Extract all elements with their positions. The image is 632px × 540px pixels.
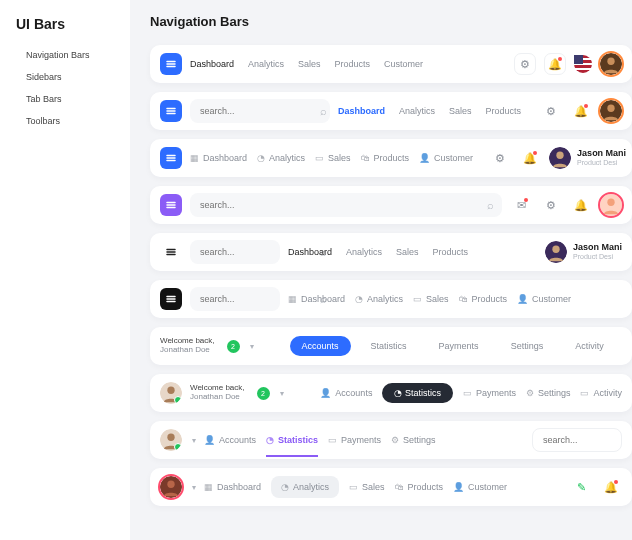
brand-logo[interactable] (160, 100, 182, 122)
nav-dashboard[interactable]: Dashboard (288, 247, 332, 257)
welcome-block: Welcome back, Jonathan Doe (160, 337, 215, 355)
bell-icon[interactable]: 🔔 (570, 100, 592, 122)
nav-customer[interactable]: 👤Customer (517, 294, 571, 305)
avatar[interactable] (600, 100, 622, 122)
brand-logo[interactable] (160, 147, 182, 169)
nav-products[interactable]: 🛍Products (395, 482, 444, 493)
nav-analytics[interactable]: ◔Analytics (271, 476, 339, 499)
nav-customer[interactable]: Customer (384, 59, 423, 69)
navbar-9: ▾ 👤Accounts ◔Statistics ▭Payments ⚙Setti… (150, 421, 632, 459)
nav-accounts[interactable]: 👤Accounts (204, 435, 256, 446)
nav-customer[interactable]: 👤Customer (453, 482, 507, 493)
nav-analytics[interactable]: Analytics (248, 59, 284, 69)
nav-activity[interactable]: ▭Activity (580, 388, 622, 399)
nav-products[interactable]: Products (335, 59, 371, 69)
nav-sales[interactable]: Sales (449, 106, 472, 116)
nav-settings[interactable]: ⚙Settings (526, 388, 571, 399)
search-input[interactable]: ⌕ (532, 428, 622, 452)
nav-payments[interactable]: ▭Payments (328, 435, 381, 446)
bell-icon[interactable]: 🔔 (570, 194, 592, 216)
nav-links: Dashboard Analytics Sales Products Custo… (190, 59, 423, 69)
settings-icon[interactable]: ⚙ (540, 194, 562, 216)
brand-logo[interactable] (160, 53, 182, 75)
avatar[interactable] (160, 476, 182, 498)
brand-logo[interactable] (160, 241, 182, 263)
nav-analytics[interactable]: ◔Analytics (355, 294, 403, 305)
brand-logo[interactable] (160, 194, 182, 216)
search-input[interactable]: ⌕ (190, 287, 280, 311)
welcome-block: Welcome back, Jonathan Doe (190, 384, 245, 402)
nav-analytics[interactable]: Analytics (346, 247, 382, 257)
nav-sales[interactable]: ▭Sales (315, 153, 351, 164)
avatar[interactable] (600, 194, 622, 216)
nav-dashboard[interactable]: ▦Dashboard (190, 153, 247, 164)
active-icon: ▭ (580, 388, 589, 398)
tab-settings[interactable]: Settings (499, 336, 556, 356)
bag-icon: 🛍 (395, 482, 404, 492)
bell-icon[interactable]: 🔔 (544, 53, 566, 75)
svg-point-5 (556, 152, 563, 159)
nav-sales[interactable]: Sales (298, 59, 321, 69)
brand-logo[interactable] (160, 288, 182, 310)
avatar[interactable] (160, 429, 182, 451)
nav-dashboard[interactable]: Dashboard (338, 106, 385, 116)
tab-statistics[interactable]: ◔ Statistics (382, 383, 453, 403)
nav-products[interactable]: Products (433, 247, 469, 257)
navbar-8: Welcome back, Jonathan Doe 2 ▾ 👤Accounts… (150, 374, 632, 412)
user-text: Jason Mani Product Desi (573, 243, 622, 261)
nav-sales[interactable]: ▭Sales (413, 294, 449, 305)
navbar-5: ⌕ Dashboard Analytics Sales Products Jas… (150, 233, 632, 271)
search-input[interactable]: ⌕ (190, 193, 502, 217)
nav-links: Dashboard Analytics Sales Products (288, 247, 468, 257)
welcome-line2: Jonathan Doe (160, 346, 215, 355)
sidebar-item-tab-bars[interactable]: Tab Bars (16, 90, 122, 108)
search-input[interactable]: ⌕ (190, 99, 330, 123)
svg-point-11 (167, 387, 174, 394)
svg-point-7 (607, 199, 614, 206)
mail-icon[interactable]: ✉ (510, 194, 532, 216)
navbar-4: ⌕ ✉ ⚙ 🔔 (150, 186, 632, 224)
page-title: Navigation Bars (150, 14, 632, 29)
nav-products[interactable]: 🛍Products (361, 153, 410, 164)
nav-links: 👤Accounts ◔Statistics ▭Payments ⚙Setting… (204, 435, 436, 446)
settings-icon[interactable]: ⚙ (540, 100, 562, 122)
nav-sales[interactable]: ▭Sales (349, 482, 385, 493)
flag-us-icon[interactable] (574, 55, 592, 73)
tab-accounts[interactable]: Accounts (290, 336, 351, 356)
search-input[interactable]: ⌕ (190, 240, 280, 264)
nav-accounts[interactable]: 👤Accounts (320, 388, 372, 399)
sidebar-item-toolbars[interactable]: Toolbars (16, 112, 122, 130)
nav-sales[interactable]: Sales (396, 247, 419, 257)
chevron-down-icon[interactable]: ▾ (192, 436, 196, 445)
nav-analytics[interactable]: Analytics (399, 106, 435, 116)
user-block[interactable]: Jason Mani Product Desi (549, 147, 626, 169)
settings-icon[interactable]: ⚙ (514, 53, 536, 75)
user-block[interactable]: Jason Mani Product Desi (545, 241, 622, 263)
sidebar-item-sidebars[interactable]: Sidebars (16, 68, 122, 86)
tab-statistics[interactable]: Statistics (359, 336, 419, 356)
nav-dashboard[interactable]: Dashboard (190, 59, 234, 69)
edit-icon[interactable]: ✎ (570, 476, 592, 498)
nav-analytics[interactable]: ◔Analytics (257, 153, 305, 164)
bell-icon[interactable]: 🔔 (519, 147, 541, 169)
nav-products[interactable]: 🛍Products (459, 294, 508, 305)
nav-dashboard[interactable]: ▦Dashboard (288, 294, 345, 305)
tab-payments[interactable]: Payments (427, 336, 491, 356)
bell-icon[interactable]: 🔔 (600, 476, 622, 498)
search-icon: ⌕ (487, 199, 494, 211)
nav-customer[interactable]: 👤Customer (419, 153, 473, 164)
nav-dashboard[interactable]: ▦Dashboard (204, 482, 261, 493)
nav-payments[interactable]: ▭Payments (463, 388, 516, 399)
avatar[interactable] (160, 382, 182, 404)
nav-statistics[interactable]: ◔Statistics (266, 435, 318, 458)
chevron-down-icon[interactable]: ▾ (192, 483, 196, 492)
chevron-down-icon[interactable]: ▾ (280, 389, 284, 398)
nav-settings[interactable]: ⚙Settings (391, 435, 436, 446)
chevron-down-icon[interactable]: ▾ (250, 342, 254, 351)
sidebar-item-navigation-bars[interactable]: Navigation Bars (16, 46, 122, 64)
settings-icon[interactable]: ⚙ (489, 147, 511, 169)
nav-products[interactable]: Products (486, 106, 522, 116)
avatar[interactable] (600, 53, 622, 75)
tab-activity[interactable]: Activity (563, 336, 616, 356)
avatar (545, 241, 567, 263)
